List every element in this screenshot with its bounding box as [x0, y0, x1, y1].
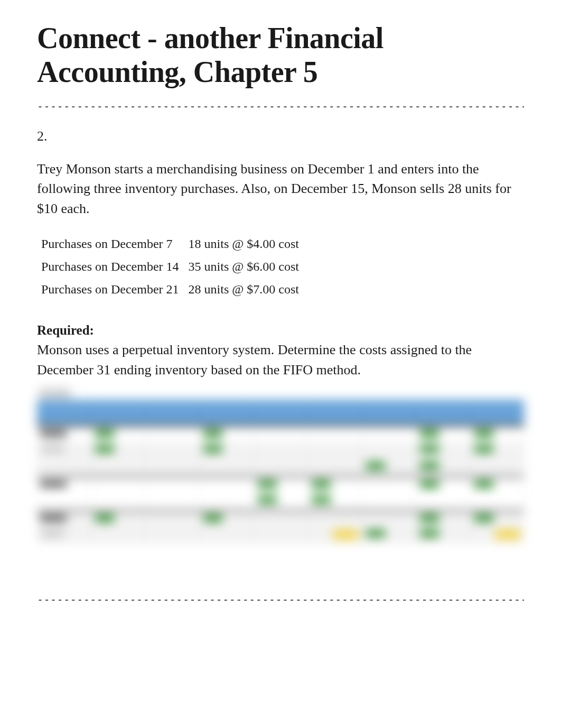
required-paragraph: Monson uses a perpetual inventory system…	[37, 340, 524, 380]
required-heading: Required:	[37, 323, 524, 338]
divider-bottom: ----------------------------------------…	[37, 593, 524, 606]
intro-paragraph: Trey Monson starts a merchandising busin…	[37, 159, 524, 219]
purchases-table: Purchases on December 7 18 units @ $4.00…	[41, 233, 308, 301]
purchase-detail: 18 units @ $4.00 cost	[189, 233, 308, 255]
purchase-label: Purchases on December 14	[41, 255, 189, 278]
purchase-label: Purchases on December 21	[41, 278, 189, 301]
table-row: Purchases on December 21 28 units @ $7.0…	[41, 278, 308, 301]
document-page: Connect - another Financial Accounting, …	[0, 0, 561, 653]
question-number: 2.	[37, 128, 524, 144]
page-title: Connect - another Financial Accounting, …	[37, 21, 524, 89]
purchase-label: Purchases on December 7	[41, 233, 189, 255]
table-row: Purchases on December 7 18 units @ $4.00…	[41, 233, 308, 255]
divider-top: ----------------------------------------…	[37, 100, 524, 113]
table-row: Purchases on December 14 35 units @ $6.0…	[41, 255, 308, 278]
purchase-detail: 35 units @ $6.00 cost	[189, 255, 308, 278]
purchase-detail: 28 units @ $7.00 cost	[189, 278, 308, 301]
blurred-spreadsheet	[37, 387, 524, 577]
